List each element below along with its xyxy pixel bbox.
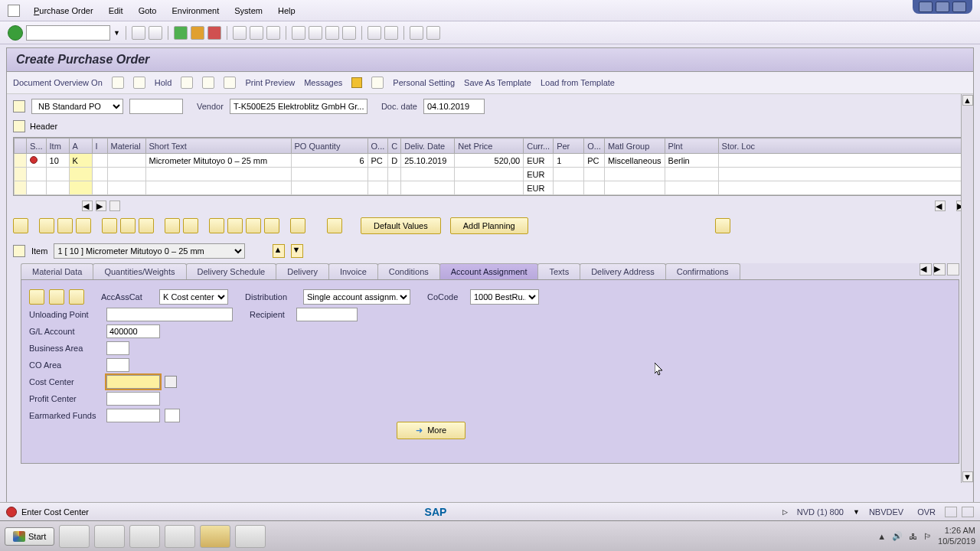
- find-icon[interactable]: [250, 26, 263, 40]
- filter-icon[interactable]: [209, 218, 224, 233]
- doc-overview-toggle[interactable]: Document Overview On: [13, 78, 103, 87]
- expand-header-row-icon[interactable]: [13, 120, 25, 132]
- table-row[interactable]: 10K Micrometer Mitutoyo 0 – 25 mm6 PCD25…: [15, 154, 966, 168]
- close-icon[interactable]: [952, 2, 966, 12]
- preview-icon[interactable]: [224, 77, 236, 89]
- delete-icon[interactable]: [102, 218, 117, 233]
- maximize-icon[interactable]: [936, 2, 949, 12]
- print-icon[interactable]: [233, 26, 247, 40]
- scroll-left-icon[interactable]: ◀: [82, 201, 93, 211]
- unlock-icon[interactable]: [139, 218, 154, 233]
- layout-icon[interactable]: [264, 218, 279, 233]
- taskbar-printer-icon[interactable]: [59, 525, 90, 548]
- taskbar-explorer-icon[interactable]: [129, 525, 160, 548]
- deselect-icon[interactable]: [57, 218, 73, 233]
- excel-icon[interactable]: [715, 218, 730, 233]
- co-area-input[interactable]: [106, 358, 129, 372]
- taskbar-word-icon[interactable]: [235, 525, 266, 548]
- addl-planning-button[interactable]: Addl Planning: [450, 217, 528, 234]
- table-row[interactable]: EUR: [15, 181, 966, 195]
- taskbar-clock[interactable]: 1:26 AM 10/5/2019: [938, 526, 975, 546]
- new-session-icon[interactable]: [368, 26, 381, 40]
- aa-paste-icon[interactable]: [69, 289, 84, 305]
- table-row[interactable]: EUR: [15, 168, 966, 181]
- personal-setting-button[interactable]: Personal Setting: [393, 78, 455, 87]
- earmarked-funds-item-input[interactable]: [165, 409, 180, 422]
- business-area-input[interactable]: [106, 341, 129, 355]
- detail-icon[interactable]: [13, 218, 28, 233]
- next-page-icon[interactable]: [325, 26, 339, 40]
- recipient-input[interactable]: [296, 308, 358, 321]
- prev-item-icon[interactable]: ▲: [273, 244, 285, 258]
- info-icon[interactable]: [351, 77, 362, 88]
- export-icon[interactable]: [290, 218, 305, 233]
- gl-account-input[interactable]: [106, 324, 160, 338]
- docdate-input[interactable]: [423, 99, 485, 114]
- start-button[interactable]: Start: [5, 527, 54, 546]
- po-type-select[interactable]: NB Standard PO: [31, 99, 123, 114]
- taskbar-powershell-icon[interactable]: [94, 525, 125, 548]
- save-template-button[interactable]: Save As Template: [464, 78, 531, 87]
- tab-quantities-weights[interactable]: Quantities/Weights: [93, 263, 186, 279]
- taskbar-sap-icon[interactable]: [165, 525, 195, 548]
- exit-icon[interactable]: [191, 26, 204, 40]
- column-config-icon[interactable]: [109, 201, 120, 211]
- scroll-right-icon[interactable]: ▶: [96, 201, 106, 211]
- subtotal-icon[interactable]: [246, 218, 261, 233]
- park-icon[interactable]: [202, 77, 214, 89]
- menu-edit[interactable]: Edit: [101, 3, 131, 18]
- expand-header-icon[interactable]: [13, 100, 25, 112]
- messages-button[interactable]: Messages: [304, 78, 342, 87]
- copy-icon[interactable]: [165, 218, 180, 233]
- cost-center-f4-icon[interactable]: [165, 376, 177, 388]
- help-icon[interactable]: [410, 26, 423, 40]
- other-po-icon[interactable]: [133, 77, 145, 89]
- minimize-icon[interactable]: [919, 2, 933, 12]
- tab-invoice[interactable]: Invoice: [328, 263, 378, 279]
- tab-delivery[interactable]: Delivery: [276, 263, 329, 279]
- last-page-icon[interactable]: [342, 26, 356, 40]
- tab-texts[interactable]: Texts: [537, 263, 580, 279]
- select-all-icon[interactable]: [39, 218, 54, 233]
- create-icon[interactable]: [112, 77, 124, 89]
- find-next-icon[interactable]: [266, 26, 280, 40]
- menu-environment[interactable]: Environment: [164, 3, 227, 18]
- tab-confirmations[interactable]: Confirmations: [665, 263, 740, 279]
- aa-table-icon[interactable]: [29, 289, 44, 305]
- tray-volume-icon[interactable]: 🔊: [892, 531, 903, 541]
- hold-icon[interactable]: [181, 77, 193, 89]
- po-number-input[interactable]: [129, 99, 183, 114]
- cancel-icon[interactable]: [207, 26, 221, 40]
- tab-account-assignment[interactable]: Account Assignment: [439, 263, 539, 279]
- ok-icon[interactable]: [8, 25, 23, 41]
- vendor-input[interactable]: [230, 99, 368, 114]
- tab-delivery-address[interactable]: Delivery Address: [580, 263, 666, 279]
- aa-edit-icon[interactable]: [49, 289, 64, 305]
- scroll-left2-icon[interactable]: ◀: [935, 201, 946, 211]
- shortcut-icon[interactable]: [384, 26, 398, 40]
- tab-scroll-left-icon[interactable]: ◀: [920, 263, 932, 276]
- earmarked-funds-input[interactable]: [106, 409, 160, 422]
- tab-material-data[interactable]: Material Data: [21, 263, 93, 279]
- accasscat-select[interactable]: K Cost center: [159, 289, 228, 305]
- right-scrollbar[interactable]: ▲ ▼: [961, 94, 973, 483]
- tray-expand-icon[interactable]: ▲: [877, 532, 886, 541]
- first-page-icon[interactable]: [292, 26, 305, 40]
- sort-icon[interactable]: [76, 218, 91, 233]
- cost-center-input[interactable]: [106, 375, 160, 389]
- distribution-select[interactable]: Single account assignm..: [303, 289, 410, 305]
- status-layout-icon[interactable]: [945, 507, 957, 517]
- tab-scroll-right-icon[interactable]: ▶: [933, 263, 946, 276]
- scroll-up-icon[interactable]: ▲: [962, 95, 973, 106]
- profit-center-input[interactable]: [106, 392, 160, 406]
- prev-page-icon[interactable]: [309, 26, 322, 40]
- tab-delivery-schedule[interactable]: Delivery Schedule: [186, 263, 277, 279]
- default-values-button[interactable]: Default Values: [361, 217, 441, 234]
- customize-icon[interactable]: [426, 26, 440, 40]
- menu-system[interactable]: System: [227, 3, 270, 18]
- next-item-icon[interactable]: ▼: [291, 244, 303, 258]
- tab-conditions[interactable]: Conditions: [377, 263, 440, 279]
- load-template-button[interactable]: Load from Template: [541, 78, 615, 87]
- print-preview-button[interactable]: Print Preview: [245, 78, 295, 87]
- taskbar-app-icon[interactable]: [200, 525, 230, 548]
